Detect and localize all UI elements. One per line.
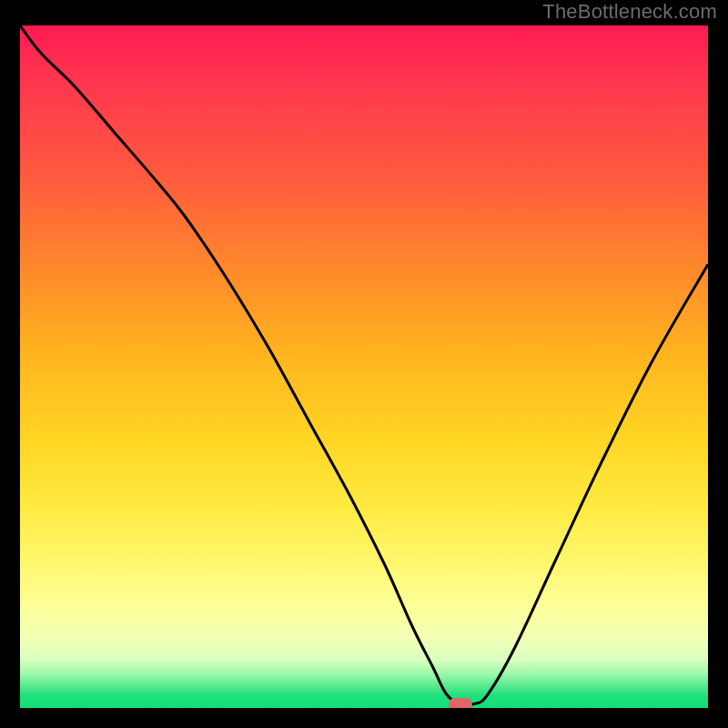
chart-frame: TheBottleneck.com bbox=[0, 0, 728, 728]
plot-area bbox=[20, 25, 708, 708]
bottleneck-curve bbox=[20, 25, 708, 708]
minimum-marker bbox=[449, 698, 472, 709]
watermark-text: TheBottleneck.com bbox=[542, 0, 717, 24]
